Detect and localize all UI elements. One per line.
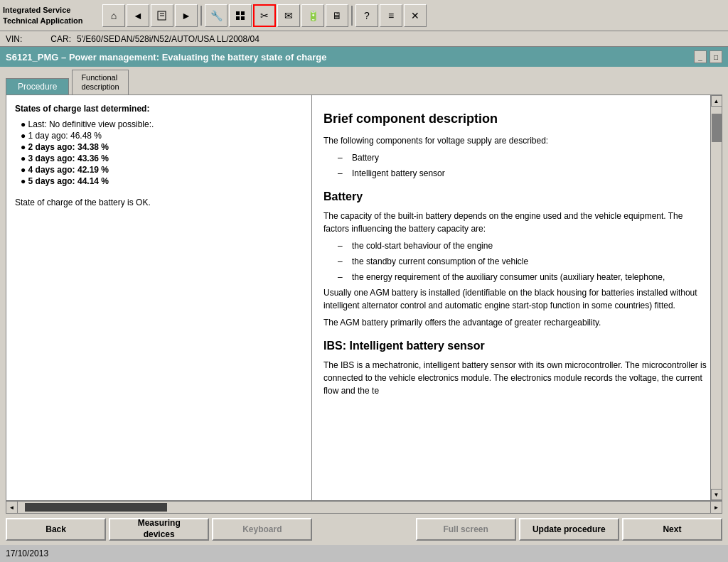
left-panel-heading: States of charge last determined: — [15, 104, 303, 114]
full-screen-button[interactable]: Full screen — [416, 518, 516, 541]
agm-desc1: Usually one AGM battery is installed (id… — [323, 286, 707, 312]
list-icon[interactable]: ≡ — [380, 4, 402, 27]
list-text: Intelligent battery sensor — [352, 167, 445, 180]
right-panel-content[interactable]: Brief component description The followin… — [312, 95, 722, 500]
status-ok: State of charge of the battery is OK. — [15, 198, 303, 207]
forward-nav-icon[interactable]: ► — [175, 4, 198, 27]
battery-icon[interactable]: 🔋 — [301, 4, 324, 27]
back-nav-icon[interactable]: ◄ — [127, 4, 149, 27]
vertical-scrollbar[interactable]: ▲ ▼ — [710, 95, 722, 500]
svg-rect-6 — [241, 16, 245, 20]
bottom-bar: Back Measuringdevices Keyboard Full scre… — [0, 514, 728, 545]
pages-icon[interactable] — [151, 4, 173, 27]
back-button[interactable]: Back — [6, 518, 106, 541]
list-text: the energy requirement of the auxiliary … — [352, 271, 665, 283]
section-brief-heading: Brief component description — [323, 109, 707, 129]
minimize-icon[interactable]: _ — [694, 50, 707, 63]
date-text: 17/10/2013 — [6, 549, 48, 558]
list-item: 2 days ago: 34.38 % — [21, 142, 303, 152]
car-value: 5'/E60/SEDAN/528i/N52/AUTO/USA LL/2008/0… — [77, 34, 259, 44]
dash: – — [338, 255, 352, 268]
tab-bar: Procedure Functionaldescription — [0, 67, 728, 94]
list-text: Battery — [352, 151, 379, 164]
mail-icon[interactable]: ✉ — [277, 4, 300, 27]
list-item: 5 days ago: 44.14 % — [21, 176, 303, 186]
monitor-icon[interactable]: 🖥 — [326, 4, 348, 27]
ibs-desc: The IBS is a mechatronic, intelligent ba… — [323, 359, 707, 397]
content-panels: States of charge last determined: Last: … — [6, 94, 722, 501]
measuring-devices-button[interactable]: Measuringdevices — [109, 518, 209, 541]
list-text: the standby current consumption of the v… — [352, 255, 528, 268]
h-scroll-thumb — [25, 503, 167, 512]
list-item: Last: No definitive view possible:. — [21, 119, 303, 129]
list-item: – the cold-start behaviour of the engine — [323, 239, 707, 252]
h-scroll-right-button[interactable]: ► — [710, 502, 722, 513]
section-battery-heading: Battery — [323, 188, 707, 205]
date-bar: 17/10/2013 — [0, 545, 728, 562]
section-ibs-heading: IBS: Intelligent battery sensor — [323, 337, 707, 355]
list-item: 3 days ago: 43.36 % — [21, 153, 303, 163]
car-label: CAR: — [50, 34, 71, 44]
next-button[interactable]: Next — [622, 518, 722, 541]
left-panel: States of charge last determined: Last: … — [6, 95, 312, 500]
battery-desc: The capacity of the built-in battery dep… — [323, 210, 707, 235]
vin-label: VIN: — [6, 34, 22, 44]
scissors-icon[interactable]: ✂ — [253, 4, 276, 27]
keyboard-button[interactable]: Keyboard — [212, 518, 312, 541]
grid-icon[interactable] — [229, 4, 252, 27]
sep1 — [200, 6, 202, 26]
scroll-down-button[interactable]: ▼ — [711, 489, 722, 500]
list-item: – the standby current consumption of the… — [323, 255, 707, 268]
vin-bar: VIN: CAR: 5'/E60/SEDAN/528i/N52/AUTO/USA… — [0, 31, 728, 47]
horizontal-scrollbar[interactable]: ◄ ► — [6, 501, 722, 514]
list-text: the cold-start behaviour of the engine — [352, 239, 493, 252]
dash: – — [338, 271, 352, 283]
dash: – — [338, 151, 352, 164]
list-item: 1 day ago: 46.48 % — [21, 131, 303, 141]
list-item: – Intelligent battery sensor — [323, 167, 707, 180]
list-item: – the energy requirement of the auxiliar… — [323, 271, 707, 283]
h-scroll-track — [18, 502, 710, 513]
window-title: S6121_PMG – Power management: Evaluating… — [6, 52, 327, 63]
home-icon[interactable]: ⌂ — [102, 4, 125, 27]
help-icon[interactable]: ? — [355, 4, 378, 27]
list-item: – Battery — [323, 151, 707, 164]
window-title-bar: S6121_PMG – Power management: Evaluating… — [0, 47, 728, 67]
charge-list: Last: No definitive view possible:. 1 da… — [15, 119, 303, 186]
list-item: 4 days ago: 42.19 % — [21, 165, 303, 175]
right-panel: Brief component description The followin… — [312, 95, 722, 500]
maximize-icon[interactable]: □ — [710, 50, 722, 63]
tab-procedure[interactable]: Procedure — [6, 78, 69, 94]
h-scroll-left-button[interactable]: ◄ — [6, 502, 18, 513]
dash: – — [338, 167, 352, 180]
toolbar: Integrated Service Technical Application… — [0, 0, 728, 31]
app-title: Integrated Service Technical Application — [3, 5, 95, 26]
svg-rect-5 — [236, 16, 240, 20]
close-toolbar-icon[interactable]: ✕ — [404, 4, 427, 27]
scroll-up-button[interactable]: ▲ — [711, 95, 722, 107]
sep2 — [351, 6, 353, 26]
scroll-thumb — [712, 114, 722, 142]
title-bar-buttons: _ □ — [694, 50, 722, 63]
tab-functional-description[interactable]: Functionaldescription — [72, 70, 128, 94]
svg-rect-3 — [236, 11, 240, 15]
agm-desc2: The AGM battery primarily offers the adv… — [323, 316, 707, 329]
brief-intro: The following components for voltage sup… — [323, 134, 707, 147]
update-procedure-button[interactable]: Update procedure — [519, 518, 619, 541]
svg-rect-4 — [241, 11, 245, 15]
scroll-thumb-area — [711, 107, 722, 489]
main-content: Procedure Functionaldescription States o… — [0, 67, 728, 514]
dash: – — [338, 239, 352, 252]
wrench-icon[interactable]: 🔧 — [205, 4, 228, 27]
